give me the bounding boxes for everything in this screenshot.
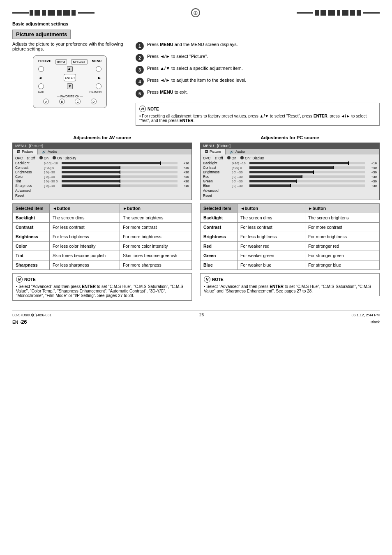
av-row-brightness: Brightness For less brightness For more …	[13, 232, 192, 242]
av-row-tint: Tint [ 0] –30 0 +30	[15, 179, 189, 183]
right-strip	[297, 10, 380, 16]
av-menu-header: MENU [Picture]	[13, 143, 191, 149]
left-strip	[12, 10, 95, 16]
av-brightness-bar	[62, 171, 178, 173]
top-decoration: ⊕	[12, 8, 380, 17]
pc-left-contrast: For less contrast	[238, 223, 305, 232]
pc-right-blue: For stronger blue	[305, 260, 380, 270]
step-text-4: Press ◄/► to adjust the item to the desi…	[147, 77, 246, 83]
av-note-box: N NOTE • Select "Advanced" and then pres…	[12, 273, 192, 301]
av-backlight-fill	[62, 162, 160, 164]
pc-note-box: N NOTE • Select "Advanced" and then pres…	[200, 273, 380, 296]
av-sharpness-range: [ 0] –10	[44, 184, 60, 188]
pc-green-end: +30	[367, 180, 377, 183]
pc-item-contrast: Contrast	[201, 223, 238, 232]
pc-right-backlight: The screen brightens	[305, 213, 380, 223]
av-color-range: [ 0] –30	[44, 175, 60, 179]
av-tint-marker	[120, 180, 120, 183]
av-brightness-end: +30	[179, 170, 189, 174]
av-color-bar	[62, 175, 178, 178]
pc-contrast-marker	[333, 166, 334, 169]
pc-red-range: [ 0] –30	[232, 175, 248, 179]
av-col-right: ►button	[120, 204, 191, 213]
note-label-1: NOTE	[148, 107, 159, 111]
av-menu-tabs: 🖼 Picture 🔊 Audio	[13, 149, 191, 154]
pc-left-backlight: The screen dims	[238, 213, 305, 223]
av-row-contrast: Contrast For less contrast For more cont…	[13, 223, 192, 232]
av-opc-row: OPC s: Off On On : Display	[15, 156, 189, 160]
pc-tab-audio-label: Audio	[235, 150, 245, 154]
av-backlight-end: +16	[179, 161, 189, 165]
av-contrast-bar	[62, 166, 178, 169]
pc-opc-display: On : Display	[240, 156, 264, 160]
av-contrast-fill	[62, 166, 120, 169]
av-reset: Reset	[15, 193, 189, 198]
pc-advanced: Advanced	[203, 188, 377, 193]
pc-backlight-fill	[249, 162, 348, 164]
step-5: 5 Press MENU to exit.	[136, 89, 380, 98]
pc-blue-label: Blue	[203, 184, 232, 188]
remote-illustration: FREEZE INFO CH LIST MENU ▲ ◄ ENTER ►	[12, 55, 127, 108]
step-num-2: 2	[136, 54, 144, 62]
btn-down: ▼	[67, 83, 73, 89]
pc-menu-title: MENU [Picture]	[203, 144, 231, 148]
pc-brightness-label: Brightness	[203, 170, 232, 174]
fav-c: C	[75, 99, 81, 104]
pc-section-title: Adjustments for PC source	[200, 135, 380, 140]
note-text-1: • For resetting all adjustment items to …	[139, 114, 376, 123]
av-left-sharpness: For less sharpness	[50, 260, 120, 270]
av-menu-mockup: MENU [Picture] 🖼 Picture 🔊 Audio OPC	[12, 143, 192, 200]
av-contrast-marker	[120, 166, 120, 169]
pc-menu-mockup: MENU [Picture] 🖼 Picture 🔊 Audio OPC	[200, 143, 380, 200]
pc-menu-tabs: 🖼 Picture 🔊 Audio	[201, 149, 379, 154]
pc-row-blue: Blue [ 0] –30 +30	[203, 184, 377, 188]
center-crosshair: ⊕	[191, 8, 200, 17]
pc-note-header: N NOTE	[204, 276, 376, 283]
pc-brightness-marker	[313, 170, 314, 174]
return-btn	[96, 83, 101, 89]
av-right-brightness: For more brightness	[120, 232, 191, 242]
av-tint-end: +30	[179, 180, 189, 183]
menu-btn: MENU	[92, 59, 101, 64]
pc-row-contrast: Contrast For less contrast For more cont…	[201, 223, 380, 232]
pc-row-backlight: Backlight [+16] –16 +16	[203, 161, 377, 165]
pc-green-bar	[249, 180, 365, 182]
pc-right-green: For stronger green	[305, 251, 380, 260]
pc-row-brightness: Brightness For less brightness For more …	[201, 232, 380, 242]
av-col-left: ◄◄buttonbutton	[50, 204, 120, 213]
pc-blue-fill	[249, 184, 290, 187]
step-3: 3 Press ▲/▼ to select a specific adjustm…	[136, 65, 380, 74]
pc-contrast-end: +40	[367, 166, 377, 170]
pc-col-right: ►button	[305, 204, 380, 213]
pc-row-backlight: Backlight The screen dims The screen bri…	[201, 213, 380, 223]
btn-up: ▲	[67, 66, 73, 72]
footer-color: Black	[371, 320, 380, 324]
av-row-color: Color [ 0] –30 +30	[15, 175, 189, 179]
pc-reset: Reset	[203, 193, 377, 198]
fav-row: — FAVORITE CH — A B C D	[38, 95, 101, 104]
pc-note-icon: N	[204, 276, 210, 283]
av-menu-title: MENU [Picture]	[15, 144, 43, 148]
step-text-5: Press MENU to exit.	[147, 89, 188, 95]
av-brightness-label: Brightness	[15, 170, 44, 174]
pc-tab-picture: 🖼 Picture	[201, 149, 226, 154]
pc-menu-body: OPC s: Off On On : Display Backlight [+1…	[201, 154, 379, 200]
av-item-color: Color	[13, 242, 50, 251]
info-btn: INFO	[55, 59, 67, 64]
av-opc-display: On : Display	[53, 156, 76, 160]
pc-row-green: Green For weaker green For stronger gree…	[201, 251, 380, 260]
av-contrast-end: +40	[179, 166, 189, 170]
pc-blue-bar	[249, 184, 365, 187]
page-num-display: EN ·26	[12, 319, 27, 325]
av-row-sharpness: Sharpness For less sharpness For more sh…	[13, 260, 192, 270]
step-text-3: Press ▲/▼ to select a specific adjustmen…	[147, 65, 243, 71]
note-box-1: N NOTE • For resetting all adjustment it…	[136, 103, 380, 126]
pc-tab-picture-label: Picture	[210, 150, 221, 154]
pc-right-red: For stronger red	[305, 242, 380, 251]
av-note-label: NOTE	[24, 277, 36, 282]
pc-note-text: • Select "Advanced" and then press ENTER…	[204, 284, 376, 293]
pc-green-fill	[249, 180, 296, 182]
av-sharpness-bar	[62, 184, 178, 187]
pc-backlight-bar	[249, 162, 365, 164]
remote-circle-row2: ▼	[38, 83, 101, 89]
